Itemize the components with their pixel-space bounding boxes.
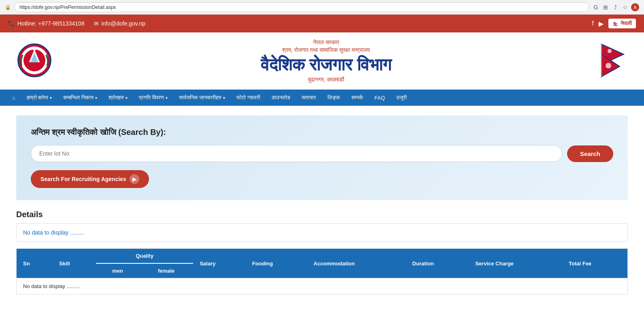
no-data-message: No data to display .........	[16, 223, 628, 242]
col-salary: Salary	[193, 249, 245, 278]
col-sn: Sn	[17, 249, 53, 278]
nav-sources-label: श्रोतहरु	[108, 94, 124, 101]
profile-icon[interactable]: A	[631, 3, 639, 11]
nav-public-info-label: सार्वजनिक जानकारीहरु	[179, 94, 222, 101]
nepal-flag	[599, 42, 628, 79]
main-nav: ⌂ हाम्रो बारेमा ▾ सम्बन्धित निकाय ▾ श्रो…	[0, 90, 644, 106]
nav-complaint-label: उजुरी	[396, 94, 407, 101]
nav-about-label: हाम्रो बारेमा	[27, 94, 49, 101]
browser-chrome: 🔒 https://dofe.gov.np/PrePermissionDetai…	[0, 0, 644, 15]
email-text: info@dofe.gov.np	[101, 20, 145, 27]
svg-text:☽: ☽	[32, 47, 35, 51]
gov-name: नेपाल सरकार	[53, 39, 599, 46]
search-title: अन्तिम श्रम स्वीकृतिको खोजि (Search By):	[31, 128, 613, 137]
flag-container	[599, 42, 628, 80]
site-header: ☽ नेपाल सरकार श्रम, रोजगार तथा सामाजिक स…	[0, 32, 644, 90]
nepal-emblem: ☽	[16, 42, 53, 79]
col-quality: Quality	[96, 249, 193, 264]
nav-complaint[interactable]: उजुरी	[391, 90, 412, 106]
browser-actions: G ⊞ ⤴ ☆ A	[592, 3, 639, 11]
nav-download-label: डाउनलोड	[272, 94, 290, 101]
nav-contact-label: सम्पर्क	[351, 94, 363, 101]
svg-point-10	[606, 63, 611, 68]
contact-info: 📞 Hotline: +977-9851334108 ✉ info@dofe.g…	[8, 20, 145, 27]
col-service-charge: Service Charge	[469, 249, 562, 278]
nav-photo-label: फोटो ग्यालरी	[236, 94, 260, 101]
details-table: Sn Skill Quality Salary Fooding Accommod…	[16, 248, 628, 295]
email-info: ✉ info@dofe.gov.np	[94, 20, 145, 27]
translate-icon[interactable]: ⊞	[602, 4, 609, 11]
nav-news[interactable]: समाचार	[296, 90, 322, 106]
header-center: नेपाल सरकार श्रम, रोजगार तथा सामाजिक सुर…	[53, 39, 599, 83]
dept-title: वैदेशिक रोजगार विभाग	[53, 55, 599, 75]
nav-sources-arrow: ▾	[125, 96, 128, 100]
table-row: No data to display .........	[17, 278, 628, 295]
nav-sources[interactable]: श्रोतहरु ▾	[103, 90, 133, 106]
nav-progress-label: प्रगति विवरण	[139, 94, 164, 101]
nav-progress[interactable]: प्रगति विवरण ▾	[133, 90, 173, 106]
details-section: Details No data to display ......... Sn …	[16, 210, 628, 295]
youtube-icon[interactable]: ▶	[599, 20, 604, 28]
nav-about-arrow: ▾	[50, 96, 52, 100]
url-bar[interactable]: https://dofe.gov.np/PrePermissionDetail.…	[14, 2, 589, 12]
home-icon: ⌂	[12, 95, 15, 101]
hotline: 📞 Hotline: +977-9851334108	[8, 20, 84, 27]
bookmark-icon[interactable]: ☆	[621, 4, 629, 11]
nav-home[interactable]: ⌂	[6, 90, 21, 106]
col-men: men	[96, 263, 139, 278]
email-icon: ✉	[94, 20, 99, 27]
col-skill: Skill	[53, 249, 96, 278]
nav-about[interactable]: हाम्रो बारेमा ▾	[21, 90, 58, 106]
top-right-actions: f ▶ 🇳🇵 नेपाली	[592, 19, 636, 28]
table-no-data: No data to display .........	[17, 278, 628, 295]
nav-photo[interactable]: फोटो ग्यालरी	[231, 90, 266, 106]
svg-point-9	[608, 49, 612, 53]
location: बुढानगर, काठमाडौं	[53, 76, 599, 83]
main-content: अन्तिम श्रम स्वीकृतिको खोजि (Search By):…	[0, 106, 644, 312]
top-bar: 📞 Hotline: +977-9851334108 ✉ info@dofe.g…	[0, 15, 644, 32]
nav-public-info[interactable]: सार्वजनिक जानकारीहरु ▾	[173, 90, 231, 106]
emblem-container: ☽	[16, 42, 53, 80]
ministry-name: श्रम, रोजगार तथा सामाजिक सुरक्षा मन्त्रा…	[53, 47, 599, 53]
google-icon[interactable]: G	[592, 4, 599, 11]
col-fooding: Fooding	[246, 249, 307, 278]
search-button[interactable]: Search	[567, 145, 613, 162]
share-icon[interactable]: ⤴	[612, 4, 619, 11]
lang-label: नेपाली	[621, 20, 632, 27]
recruiting-arrow-icon: ▶	[130, 174, 139, 184]
col-accommodation: Accommodation	[307, 249, 406, 278]
nav-contact[interactable]: सम्पर्क	[346, 90, 369, 106]
phone-icon: 📞	[8, 20, 15, 27]
nav-related-label: सम्बन्धित निकाय	[63, 94, 94, 101]
recruiting-agencies-button[interactable]: Search For Recruiting Agencies ▶	[31, 170, 149, 188]
facebook-icon[interactable]: f	[592, 20, 594, 27]
search-row: Search	[31, 145, 613, 162]
language-button[interactable]: 🇳🇵 नेपाली	[608, 19, 636, 28]
nav-related-arrow: ▾	[95, 96, 97, 100]
recruiting-btn-label: Search For Recruiting Agencies	[40, 176, 126, 182]
nav-download[interactable]: डाउनलोड	[266, 90, 296, 106]
nav-faq-label: FAQ	[374, 95, 385, 101]
col-duration: Duration	[406, 249, 469, 278]
nav-progress-arrow: ▾	[166, 96, 168, 100]
nav-public-info-arrow: ▾	[223, 96, 225, 100]
lot-search-input[interactable]	[31, 145, 562, 162]
nav-faq[interactable]: FAQ	[369, 90, 391, 106]
flag-small: 🇳🇵	[612, 21, 619, 27]
lock-icon: 🔒	[5, 4, 11, 10]
nav-news-label: समाचार	[302, 94, 316, 101]
search-section: अन्तिम श्रम स्वीकृतिको खोजि (Search By):…	[16, 115, 628, 200]
details-title: Details	[16, 210, 628, 219]
col-total-fee: Total Fee	[562, 249, 628, 278]
nav-related[interactable]: सम्बन्धित निकाय ▾	[57, 90, 103, 106]
nav-link[interactable]: लिङ्क	[322, 90, 346, 106]
col-female: female	[139, 263, 193, 278]
nav-link-label: लिङ्क	[327, 94, 340, 101]
hotline-text: Hotline: +977-9851334108	[17, 20, 84, 27]
